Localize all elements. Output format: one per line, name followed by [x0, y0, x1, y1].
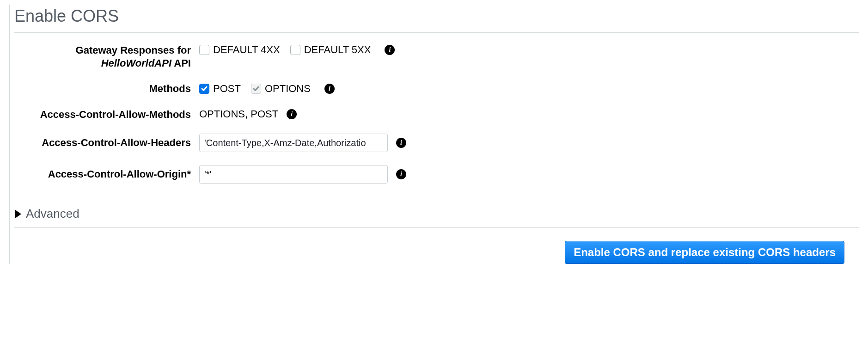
- label-gateway-api-name: HelloWorldAPI: [101, 57, 171, 69]
- label-gateway-responses: Gateway Responses for HelloWorldAPI API: [14, 44, 199, 69]
- checkbox-box-default-5xx[interactable]: [290, 45, 300, 55]
- row-allow-headers: Access-Control-Allow-Headers i: [14, 134, 859, 152]
- info-icon[interactable]: i: [287, 109, 297, 119]
- checkbox-box-options: [251, 84, 261, 94]
- value-allow-headers: i: [199, 134, 406, 152]
- checkbox-default-4xx[interactable]: DEFAULT 4XX: [199, 44, 280, 56]
- checkbox-box-default-4xx[interactable]: [199, 45, 209, 55]
- value-allow-methods: OPTIONS, POST i: [199, 108, 297, 120]
- row-methods: Methods POST OPTIONS i: [14, 82, 859, 95]
- info-icon[interactable]: i: [396, 138, 406, 148]
- enable-cors-button[interactable]: Enable CORS and replace existing CORS he…: [565, 241, 844, 264]
- info-icon[interactable]: i: [396, 169, 406, 179]
- row-allow-methods: Access-Control-Allow-Methods OPTIONS, PO…: [14, 108, 859, 121]
- input-allow-origin[interactable]: [199, 165, 388, 184]
- row-gateway-responses: Gateway Responses for HelloWorldAPI API …: [14, 44, 859, 69]
- checkbox-label-post: POST: [213, 83, 241, 95]
- input-allow-headers[interactable]: [199, 134, 388, 152]
- page-title: Enable CORS: [14, 5, 859, 32]
- value-gateway-responses: DEFAULT 4XX DEFAULT 5XX i: [199, 44, 395, 56]
- label-methods: Methods: [14, 82, 199, 95]
- label-gateway-suffix: API: [171, 57, 191, 69]
- label-allow-origin: Access-Control-Allow-Origin*: [14, 168, 199, 181]
- footer: Enable CORS and replace existing CORS he…: [14, 228, 856, 264]
- text-allow-methods: OPTIONS, POST: [199, 108, 278, 120]
- caret-right-icon: [15, 210, 21, 218]
- row-allow-origin: Access-Control-Allow-Origin* i: [14, 165, 859, 184]
- label-allow-methods: Access-Control-Allow-Methods: [14, 108, 199, 121]
- advanced-label: Advanced: [26, 207, 79, 221]
- info-icon[interactable]: i: [385, 45, 395, 55]
- info-icon[interactable]: i: [324, 84, 335, 94]
- cors-form: Gateway Responses for HelloWorldAPI API …: [14, 33, 859, 202]
- value-allow-origin: i: [199, 165, 406, 184]
- advanced-toggle[interactable]: Advanced: [14, 202, 859, 227]
- label-allow-headers: Access-Control-Allow-Headers: [14, 136, 199, 149]
- checkbox-default-5xx[interactable]: DEFAULT 5XX: [290, 44, 371, 56]
- checkbox-label-options: OPTIONS: [265, 83, 311, 95]
- label-gateway-prefix: Gateway Responses for: [76, 44, 191, 56]
- checkbox-box-post[interactable]: [199, 84, 209, 94]
- checkbox-label-default-4xx: DEFAULT 4XX: [213, 44, 280, 56]
- checkbox-label-default-5xx: DEFAULT 5XX: [304, 44, 371, 56]
- value-methods: POST OPTIONS i: [199, 83, 335, 95]
- checkbox-options: OPTIONS: [251, 83, 311, 95]
- checkbox-post[interactable]: POST: [199, 83, 241, 95]
